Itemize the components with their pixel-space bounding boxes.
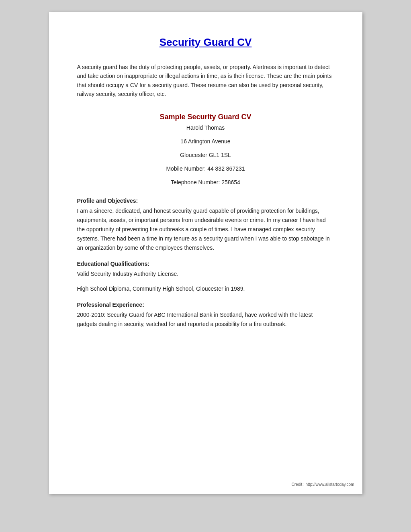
education-heading: Educational Qualifications:	[77, 261, 334, 267]
cv-mobile: Mobile Number: 44 832 867231	[77, 165, 334, 172]
cv-address2: Gloucester GL1 1SL	[77, 152, 334, 158]
cv-address1: 16 Arlington Avenue	[77, 138, 334, 145]
experience-body: 2000-2010: Security Guard for ABC Intern…	[77, 310, 334, 329]
education-section: Educational Qualifications: Valid Securi…	[77, 261, 334, 294]
profile-heading: Profile and Objectives:	[77, 198, 334, 204]
education-body: Valid Security Industry Authority Licens…	[77, 269, 334, 294]
cv-name: Harold Thomas	[77, 124, 334, 131]
education-para-1: Valid Security Industry Authority Licens…	[77, 269, 334, 279]
sample-cv-title: Sample Security Guard CV	[77, 113, 334, 121]
cv-center-block: Sample Security Guard CV Harold Thomas 1…	[77, 113, 334, 185]
experience-section: Professional Experience: 2000-2010: Secu…	[77, 302, 334, 329]
cv-telephone: Telephone Number: 258654	[77, 179, 334, 185]
page-container: Security Guard CV A security guard has t…	[49, 12, 362, 494]
education-para-2: High School Diploma, Community High Scho…	[77, 284, 334, 294]
profile-body: I am a sincere, dedicated, and honest se…	[77, 206, 334, 253]
page-title: Security Guard CV	[77, 36, 334, 49]
profile-section: Profile and Objectives: I am a sincere, …	[77, 198, 334, 253]
credit-text: Credit : http://www.allstartoday.com	[292, 482, 354, 487]
intro-paragraph: A security guard has the duty of protect…	[77, 63, 334, 99]
experience-heading: Professional Experience:	[77, 302, 334, 308]
